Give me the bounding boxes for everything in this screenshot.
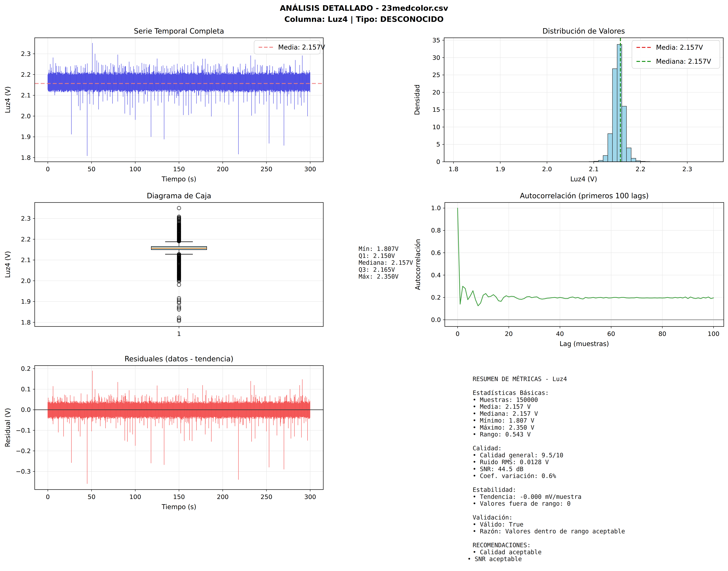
svg-text:2.3: 2.3 (21, 50, 31, 58)
hist-bar (613, 69, 617, 162)
svg-text:Media: 2.157V: Media: 2.157V (278, 43, 325, 51)
svg-text:Mediana: 2.157V: Mediana: 2.157V (656, 58, 711, 65)
y-axis-label: Densidad (413, 84, 421, 115)
svg-text:10: 10 (433, 123, 440, 131)
y-axis: 1.81.92.02.12.22.3 (21, 215, 35, 326)
svg-text:0.1: 0.1 (21, 385, 31, 393)
hist-bar (608, 134, 613, 162)
svg-text:100: 100 (129, 493, 141, 500)
svg-text:80: 80 (658, 330, 666, 337)
svg-text:0.0: 0.0 (21, 406, 31, 413)
svg-text:2.2: 2.2 (636, 165, 645, 173)
grid (35, 366, 323, 489)
svg-text:1.0: 1.0 (431, 205, 441, 212)
chart-title: Diagrama de Caja (147, 192, 211, 200)
svg-text:0: 0 (456, 330, 460, 337)
svg-text:0.6: 0.6 (431, 249, 441, 256)
y-axis: 0.00.20.40.60.81.0 (431, 205, 445, 323)
svg-text:300: 300 (304, 493, 316, 500)
svg-text:1.8: 1.8 (449, 165, 458, 173)
svg-text:0.0: 0.0 (431, 316, 441, 323)
svg-text:−0.2: −0.2 (16, 447, 31, 455)
boxplot-stats-text: Mín: 1.807V Q1: 2.150V Mediana: 2.157V Q… (359, 245, 413, 280)
y-axis: 1.81.92.02.12.22.3 (21, 50, 35, 161)
svg-text:20: 20 (433, 89, 440, 96)
x-axis-label: Lag (muestras) (560, 340, 609, 347)
svg-text:2.0: 2.0 (542, 165, 552, 173)
hist-bar (622, 106, 626, 162)
hist-bar (626, 148, 631, 162)
hist-bar (631, 158, 636, 162)
y-axis-label: Autocorrelación (414, 239, 421, 290)
legend: Media: 2.157VMediana: 2.157V (632, 40, 720, 69)
svg-text:2.1: 2.1 (589, 165, 599, 173)
hist-bar (603, 155, 608, 162)
x-axis: 1 (177, 327, 181, 337)
x-axis-label: Tiempo (s) (161, 503, 197, 510)
svg-text:1.8: 1.8 (21, 319, 31, 326)
svg-text:20: 20 (505, 330, 513, 337)
x-axis-label: Tiempo (s) (161, 175, 197, 183)
svg-text:2.0: 2.0 (21, 113, 31, 120)
chart-residuals: 0501001502002503000.20.10.0−0.1−0.2−0.3R… (4, 355, 323, 510)
svg-text:Media: 2.157V: Media: 2.157V (656, 44, 703, 51)
svg-text:0.2: 0.2 (431, 294, 441, 301)
svg-text:150: 150 (173, 165, 185, 173)
chart-timeseries: 0501001502002503001.81.92.02.12.22.3Seri… (4, 27, 325, 183)
y-axis-label: Luz4 (V) (4, 251, 11, 278)
metrics-summary-last-line: • SNR aceptable (467, 556, 522, 563)
svg-text:−0.1: −0.1 (16, 427, 31, 434)
chart-title: Distribución de Valores (542, 27, 625, 35)
acf-line (458, 208, 714, 306)
svg-text:60: 60 (607, 330, 615, 337)
svg-text:5: 5 (436, 141, 440, 148)
chart-acf: 0204060801000.00.20.40.60.81.0Autocorrel… (414, 192, 724, 347)
hist-bar (617, 44, 622, 162)
y-axis-label: Luz4 (V) (4, 86, 11, 113)
svg-text:40: 40 (556, 330, 564, 337)
svg-text:1.9: 1.9 (21, 298, 31, 305)
series (445, 208, 724, 320)
svg-text:2.1: 2.1 (21, 256, 31, 263)
svg-text:1.9: 1.9 (495, 165, 505, 173)
y-axis: 05101520253035 (433, 37, 444, 165)
svg-text:2.3: 2.3 (683, 165, 692, 173)
chart-title: Serie Temporal Completa (134, 27, 224, 35)
grid (445, 203, 724, 327)
svg-text:0.8: 0.8 (431, 227, 441, 234)
svg-text:0: 0 (436, 158, 440, 165)
svg-text:100: 100 (708, 330, 720, 337)
svg-text:35: 35 (433, 37, 440, 44)
chart-boxplot: 11.81.92.02.12.22.3Diagrama de CajaLuz4 … (4, 192, 323, 337)
svg-text:30: 30 (433, 54, 440, 61)
svg-text:0: 0 (46, 165, 50, 173)
chart-title: Residuales (datos - tendencia) (125, 355, 233, 363)
metrics-summary-text: RESUMEN DE MÉTRICAS - Luz4 Estadísticas … (473, 376, 625, 556)
x-axis: 020406080100 (456, 327, 719, 337)
svg-text:250: 250 (261, 493, 272, 500)
y-axis: 0.20.10.0−0.1−0.2−0.3 (16, 365, 35, 475)
svg-text:1: 1 (177, 330, 181, 337)
x-axis: 1.81.92.02.12.22.3 (449, 162, 692, 173)
svg-text:2.3: 2.3 (21, 215, 31, 222)
svg-text:2.2: 2.2 (21, 71, 31, 78)
svg-text:0: 0 (46, 493, 50, 500)
svg-text:150: 150 (173, 493, 185, 500)
svg-text:300: 300 (304, 165, 316, 173)
x-axis: 050100150200250300 (46, 162, 316, 173)
svg-text:2.2: 2.2 (21, 236, 31, 243)
svg-text:15: 15 (433, 106, 440, 113)
svg-text:1.9: 1.9 (21, 133, 31, 140)
svg-text:25: 25 (433, 71, 440, 79)
svg-text:0.2: 0.2 (21, 365, 31, 372)
svg-text:200: 200 (217, 165, 229, 173)
chart-histogram: 1.81.92.02.12.22.305101520253035Distribu… (413, 27, 723, 183)
x-axis-label: Luz4 (V) (570, 175, 597, 183)
svg-text:50: 50 (88, 165, 96, 173)
svg-text:1.8: 1.8 (21, 154, 31, 161)
x-axis: 050100150200250300 (46, 489, 316, 500)
svg-text:0.4: 0.4 (431, 271, 441, 279)
svg-text:250: 250 (261, 165, 272, 173)
svg-text:2.0: 2.0 (21, 277, 31, 284)
chart-title: Autocorrelación (primeros 100 lags) (520, 192, 649, 200)
